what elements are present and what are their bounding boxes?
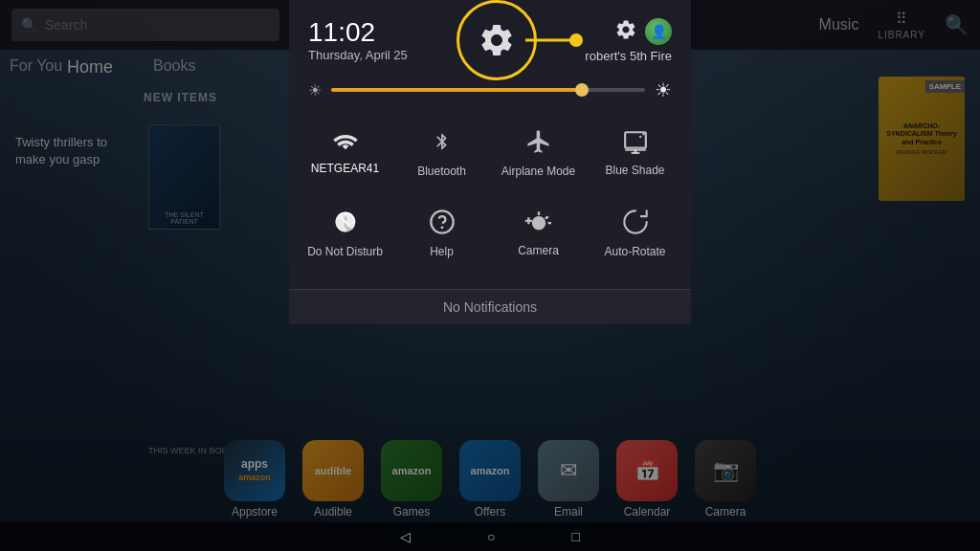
- wifi-icon: [332, 131, 359, 156]
- quick-tiles-grid: NETGEAR41 Bluetooth Airplane Mode: [289, 111, 691, 281]
- qs-header-right: 👤 robert's 5th Fire: [585, 18, 672, 63]
- bluetooth-icon: [433, 128, 452, 159]
- autorotate-label: Auto-Rotate: [604, 245, 665, 260]
- tile-airplane[interactable]: Airplane Mode: [492, 115, 585, 191]
- tile-bluetooth[interactable]: Bluetooth: [395, 115, 488, 191]
- qs-header: 11:02 Thursday, April 25: [289, 0, 691, 75]
- avatar-icon: 👤: [651, 24, 667, 39]
- brightness-thumb[interactable]: [575, 83, 589, 97]
- large-settings-button[interactable]: [470, 13, 523, 67]
- camera-qs-label: Camera: [518, 244, 559, 259]
- settings-annotated-container: [470, 13, 523, 67]
- wifi-label: NETGEAR41: [311, 162, 379, 177]
- no-notifications-text: No Notifications: [443, 299, 537, 315]
- airplane-icon: [525, 128, 552, 159]
- back-button[interactable]: ◁: [400, 529, 411, 544]
- no-notifications-bar: No Notifications: [289, 289, 691, 324]
- qs-time-block: 11:02 Thursday, April 25: [308, 19, 408, 62]
- settings-annotation-area: [408, 13, 586, 67]
- large-gear-icon: [478, 21, 516, 59]
- recents-button[interactable]: □: [572, 529, 580, 544]
- quick-settings-wrapper: 11:02 Thursday, April 25: [289, 0, 691, 324]
- annotation-dot: [569, 33, 583, 47]
- tile-help[interactable]: Help: [395, 195, 488, 272]
- qs-time: 11:02: [308, 19, 408, 46]
- help-icon: [429, 209, 456, 239]
- qs-icons-row: 👤: [614, 18, 672, 45]
- tile-wifi[interactable]: NETGEAR41: [299, 115, 391, 191]
- donotdisturb-label: Do Not Disturb: [307, 245, 383, 260]
- brightness-high-icon: ☀: [655, 78, 672, 101]
- help-label: Help: [430, 245, 454, 260]
- brightness-fill: [331, 88, 582, 92]
- gear-icon-small: [614, 18, 637, 41]
- brightness-low-icon: ☀: [308, 81, 322, 99]
- tile-blueshade[interactable]: Blue Shade: [589, 115, 681, 191]
- blueshade-label: Blue Shade: [605, 164, 664, 179]
- blueshade-icon: [622, 129, 649, 158]
- brightness-control: ☀ ☀: [289, 75, 691, 111]
- tile-camera[interactable]: Camera: [492, 195, 585, 272]
- bluetooth-label: Bluetooth: [417, 165, 466, 180]
- home-button[interactable]: ○: [487, 529, 495, 544]
- brightness-slider[interactable]: [331, 88, 645, 92]
- qs-date: Thursday, April 25: [308, 48, 408, 62]
- quick-settings-panel: 11:02 Thursday, April 25: [289, 0, 691, 289]
- device-name: robert's 5th Fire: [585, 49, 672, 63]
- annotation-line: [525, 39, 573, 42]
- camera-qs-icon: [524, 209, 553, 238]
- user-avatar[interactable]: 👤: [645, 18, 672, 45]
- airplane-label: Airplane Mode: [501, 165, 575, 180]
- autorotate-icon: [622, 209, 649, 239]
- tile-autorotate[interactable]: Auto-Rotate: [589, 195, 681, 272]
- tile-donotdisturb[interactable]: Do Not Disturb: [299, 195, 391, 272]
- system-navigation: ◁ ○ □: [0, 522, 980, 551]
- settings-button-small[interactable]: [614, 18, 637, 45]
- donotdisturb-icon: [332, 209, 359, 239]
